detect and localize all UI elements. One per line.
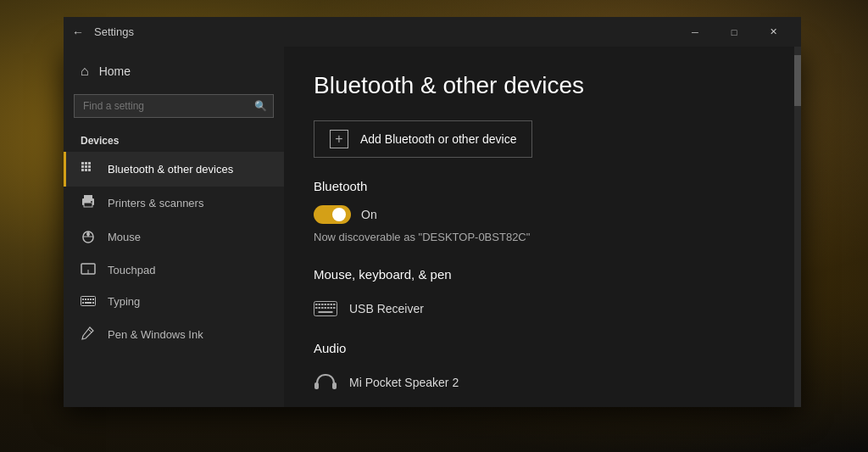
add-device-label: Add Bluetooth or other device (360, 132, 516, 146)
search-box: 🔍 (74, 94, 274, 118)
svg-rect-29 (92, 302, 94, 304)
main-content: Bluetooth & other devices + Add Bluetoot… (284, 47, 801, 407)
svg-rect-48 (332, 382, 337, 389)
svg-rect-47 (314, 382, 319, 389)
bluetooth-section-title: Bluetooth (314, 179, 771, 193)
add-icon: + (330, 130, 348, 148)
svg-rect-37 (331, 304, 333, 305)
svg-rect-0 (81, 162, 84, 165)
bluetooth-toggle-row: On (314, 205, 771, 224)
maximize-button[interactable]: □ (715, 17, 754, 47)
sidebar-item-touchpad[interactable]: Touchpad (64, 254, 284, 286)
window-controls: ─ □ ✕ (676, 17, 793, 47)
svg-rect-45 (333, 307, 336, 309)
svg-rect-28 (85, 302, 92, 304)
svg-rect-33 (319, 304, 321, 305)
svg-rect-17 (86, 232, 90, 236)
svg-rect-41 (321, 307, 324, 309)
svg-rect-8 (88, 169, 91, 171)
sidebar-pen-label: Pen & Windows Ink (108, 328, 203, 341)
svg-rect-4 (85, 165, 87, 168)
usb-receiver-row: USB Receiver (314, 293, 771, 324)
svg-rect-26 (82, 302, 84, 304)
svg-rect-42 (325, 307, 327, 309)
headphone-icon (314, 374, 337, 391)
svg-rect-25 (92, 299, 94, 300)
bluetooth-icon (81, 160, 96, 178)
svg-rect-11 (84, 203, 92, 207)
discoverable-text: Now discoverable as "DESKTOP-0BST82C" (314, 231, 771, 243)
svg-rect-3 (81, 165, 84, 168)
mouse-icon (81, 228, 96, 246)
devices-section-label: Devices (64, 125, 284, 152)
svg-rect-23 (87, 299, 89, 300)
svg-line-30 (88, 329, 92, 332)
sidebar-item-typing[interactable]: Typing (64, 286, 284, 317)
svg-rect-22 (85, 299, 86, 300)
svg-rect-7 (85, 169, 87, 171)
svg-rect-34 (321, 304, 324, 305)
svg-rect-39 (315, 307, 318, 309)
close-button[interactable]: ✕ (754, 17, 793, 47)
scrollbar[interactable] (794, 47, 801, 407)
svg-rect-40 (319, 307, 321, 309)
window-title: Settings (94, 25, 676, 38)
sidebar-item-mouse[interactable]: Mouse (64, 220, 284, 254)
svg-rect-21 (82, 299, 84, 300)
usb-receiver-label: USB Receiver (349, 302, 424, 315)
toggle-knob (332, 208, 346, 221)
svg-rect-6 (81, 169, 84, 171)
minimize-button[interactable]: ─ (676, 17, 715, 47)
sidebar-item-bluetooth[interactable]: Bluetooth & other devices (64, 152, 284, 187)
sidebar-item-printers[interactable]: Printers & scanners (64, 187, 284, 220)
back-button[interactable]: ← (72, 25, 84, 39)
sidebar: ⌂ Home 🔍 Devices (64, 47, 284, 407)
svg-rect-2 (88, 162, 91, 165)
toggle-label: On (361, 208, 377, 221)
svg-rect-24 (90, 299, 92, 300)
sidebar-item-pen[interactable]: Pen & Windows Ink (64, 317, 284, 352)
search-icon: 🔍 (254, 100, 267, 112)
svg-point-13 (91, 201, 92, 203)
keyboard-icon (314, 300, 337, 317)
mouse-section-title: Mouse, keyboard, & pen (314, 267, 771, 282)
home-label: Home (99, 64, 131, 78)
sidebar-mouse-label: Mouse (108, 231, 141, 243)
svg-rect-36 (327, 304, 330, 305)
svg-rect-44 (331, 307, 333, 309)
svg-rect-5 (88, 165, 91, 168)
svg-rect-46 (319, 311, 333, 313)
add-device-button[interactable]: + Add Bluetooth or other device (314, 120, 532, 158)
home-icon: ⌂ (81, 64, 89, 79)
page-title: Bluetooth & other devices (314, 72, 771, 99)
pocket-speaker-row: Mi Pocket Speaker 2 (314, 367, 771, 398)
svg-rect-10 (84, 195, 92, 199)
sidebar-printers-label: Printers & scanners (108, 197, 203, 209)
pen-icon (81, 326, 96, 343)
sidebar-item-home[interactable]: ⌂ Home (64, 55, 284, 87)
touchpad-icon (81, 263, 96, 277)
titlebar: ← Settings ─ □ ✕ (64, 17, 801, 47)
bluetooth-toggle[interactable] (314, 205, 351, 224)
sidebar-touchpad-label: Touchpad (108, 264, 155, 276)
settings-window: ← Settings ─ □ ✕ ⌂ Home 🔍 Devices (64, 47, 801, 407)
svg-rect-43 (327, 307, 330, 309)
scrollbar-thumb (794, 55, 801, 106)
printer-icon (81, 195, 96, 211)
typing-icon (81, 294, 96, 309)
svg-rect-38 (333, 304, 336, 305)
sidebar-bluetooth-label: Bluetooth & other devices (108, 163, 233, 176)
svg-rect-35 (325, 304, 327, 305)
audio-section-title: Audio (314, 341, 771, 355)
svg-rect-32 (315, 304, 318, 305)
svg-rect-1 (85, 162, 87, 165)
search-input[interactable] (74, 94, 274, 118)
svg-rect-20 (81, 297, 96, 306)
sidebar-typing-label: Typing (108, 295, 140, 308)
pocket-speaker-label: Mi Pocket Speaker 2 (349, 376, 459, 389)
